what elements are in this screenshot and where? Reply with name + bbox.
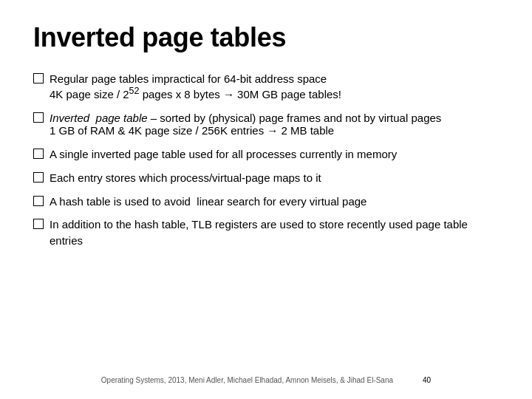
checkbox-icon xyxy=(33,149,44,159)
footer-citation: Operating Systems, 2013, Meni Adler, Mic… xyxy=(101,376,393,384)
bullet-text-3: A single inverted page table used for al… xyxy=(50,146,499,163)
footer-page: 40 xyxy=(423,376,431,384)
italic-text: Inverted page table xyxy=(50,112,148,124)
list-item: In addition to the hash table, TLB regis… xyxy=(33,216,499,249)
content-area: Regular page tables impractical for 64-b… xyxy=(33,71,499,369)
bullet-group-2: Inverted page table – sorted by (physica… xyxy=(33,110,499,140)
checkbox-icon xyxy=(33,196,44,206)
checkbox-icon xyxy=(33,112,44,123)
checkbox-icon xyxy=(33,219,44,229)
footer: Operating Systems, 2013, Meni Adler, Mic… xyxy=(33,369,499,384)
slide-title: Inverted page tables xyxy=(33,22,499,53)
bullet-group-1: Regular page tables impractical for 64-b… xyxy=(33,71,499,103)
bullet-text-6: In addition to the hash table, TLB regis… xyxy=(50,216,499,249)
checkbox-icon xyxy=(33,73,44,83)
list-item: A hash table is used to avoid linear sea… xyxy=(33,194,499,210)
list-item: A single inverted page table used for al… xyxy=(33,146,499,163)
bullet-text-5: A hash table is used to avoid linear sea… xyxy=(50,194,499,210)
checkbox-icon xyxy=(33,172,44,183)
list-item: Each entry stores which process/virtual-… xyxy=(33,170,499,186)
bullet-text-4: Each entry stores which process/virtual-… xyxy=(50,170,499,186)
slide: Inverted page tables Regular page tables… xyxy=(0,0,532,399)
